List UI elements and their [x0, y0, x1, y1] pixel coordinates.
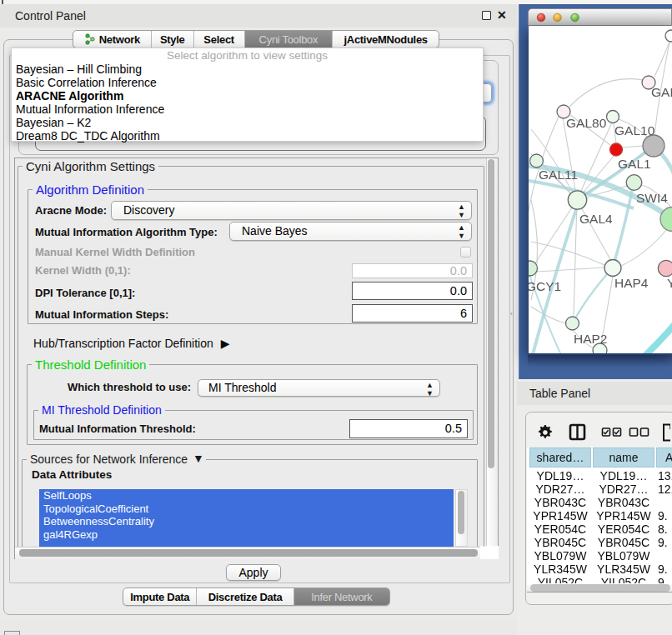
svg-text:SWI4: SWI4: [636, 191, 668, 205]
svg-text:GAL1: GAL1: [618, 157, 651, 171]
svg-text:HAP4: HAP4: [614, 276, 649, 290]
svg-text:GAL4: GAL4: [579, 212, 613, 226]
svg-text:GAL10: GAL10: [614, 123, 655, 138]
svg-text:GAL11: GAL11: [539, 168, 578, 182]
svg-text:YE: YE: [667, 276, 672, 290]
svg-text:GCY1: GCY1: [529, 279, 561, 293]
svg-text:GAL80: GAL80: [566, 116, 607, 130]
svg-text:HAP2: HAP2: [574, 332, 608, 346]
svg-text:GAL7: GAL7: [651, 85, 672, 99]
